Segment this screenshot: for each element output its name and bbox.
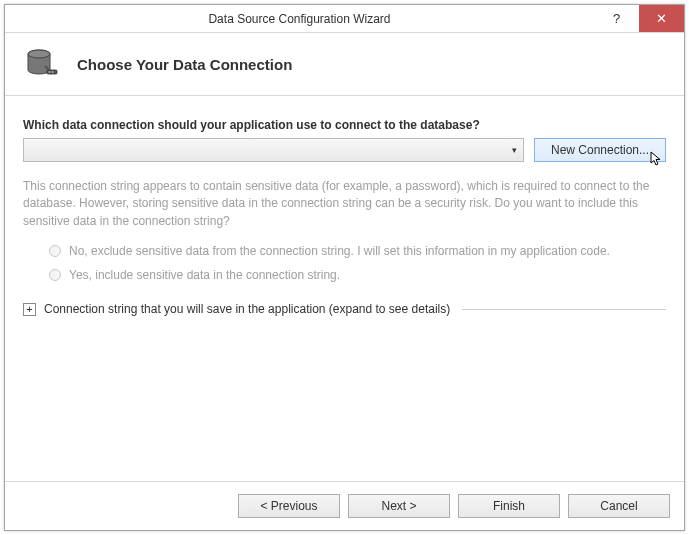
cancel-button[interactable]: Cancel (568, 494, 670, 518)
radio-include-label: Yes, include sensitive data in the conne… (69, 268, 340, 282)
titlebar: Data Source Configuration Wizard ? ✕ (5, 5, 684, 33)
wizard-content: Which data connection should your applic… (5, 96, 684, 481)
next-button[interactable]: Next > (348, 494, 450, 518)
wizard-window: Data Source Configuration Wizard ? ✕ Cho… (4, 4, 685, 531)
svg-rect-3 (49, 71, 51, 73)
sensitive-data-note: This connection string appears to contai… (23, 178, 666, 230)
page-heading: Choose Your Data Connection (77, 56, 292, 73)
titlebar-buttons: ? ✕ (594, 5, 684, 32)
divider (462, 309, 666, 310)
radio-icon (49, 269, 61, 281)
connection-dropdown[interactable]: ▾ (23, 138, 524, 162)
wizard-footer: < Previous Next > Finish Cancel (5, 481, 684, 530)
new-connection-label: New Connection... (551, 143, 649, 157)
svg-rect-4 (52, 71, 54, 73)
radio-icon (49, 245, 61, 257)
close-button[interactable]: ✕ (639, 5, 684, 32)
connection-row: ▾ New Connection... (23, 138, 666, 162)
finish-button[interactable]: Finish (458, 494, 560, 518)
help-button[interactable]: ? (594, 5, 639, 32)
new-connection-button[interactable]: New Connection... (534, 138, 666, 162)
expand-label: Connection string that you will save in … (44, 302, 450, 316)
cursor-icon (650, 151, 666, 169)
radio-exclude-sensitive: No, exclude sensitive data from the conn… (49, 244, 666, 258)
connection-string-expander: + Connection string that you will save i… (23, 302, 666, 316)
previous-button[interactable]: < Previous (238, 494, 340, 518)
wizard-header: Choose Your Data Connection (5, 33, 684, 96)
svg-point-1 (28, 50, 50, 58)
chevron-down-icon: ▾ (512, 145, 517, 155)
question-label: Which data connection should your applic… (23, 118, 666, 132)
window-title: Data Source Configuration Wizard (5, 12, 594, 26)
radio-exclude-label: No, exclude sensitive data from the conn… (69, 244, 610, 258)
database-icon (25, 46, 61, 82)
radio-include-sensitive: Yes, include sensitive data in the conne… (49, 268, 666, 282)
expand-toggle[interactable]: + (23, 303, 36, 316)
